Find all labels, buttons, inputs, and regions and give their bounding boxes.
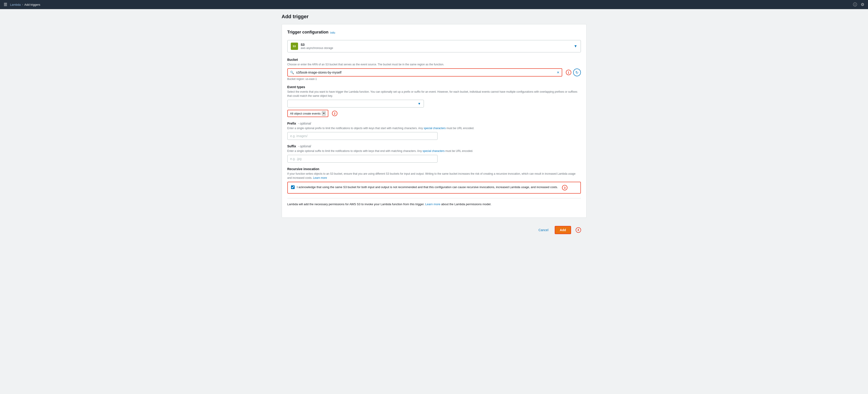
event-tag: All object create events ✕ <box>287 110 328 117</box>
search-icon: 🔍 <box>288 71 296 74</box>
lambda-nav-link[interactable]: Lambda <box>10 3 21 6</box>
info-nav-icon[interactable]: ⓘ <box>853 2 857 7</box>
top-navigation: ☰ Lambda › Add triggers ⓘ ⚙ <box>0 0 868 9</box>
refresh-button[interactable]: ↻ <box>573 68 581 76</box>
hamburger-menu[interactable]: ☰ <box>4 2 7 7</box>
step-1-indicator: 1 <box>566 70 571 75</box>
nav-right: ⓘ ⚙ <box>853 2 864 7</box>
bucket-section: Bucket Choose or enter the ARN of an S3 … <box>287 58 581 81</box>
service-tags: aws asynchronous storage <box>301 47 333 50</box>
footer-buttons: Cancel Add 4 <box>282 222 587 238</box>
prefix-special-chars-link[interactable]: special characters <box>424 126 446 130</box>
prefix-description: Enter a single optional prefix to limit … <box>287 126 581 130</box>
recursive-checkbox-wrapper: I acknowledge that using the same S3 buc… <box>287 182 581 194</box>
bucket-description: Choose or enter the ARN of an S3 bucket … <box>287 62 581 66</box>
bucket-input-row: 🔍 ✕ 1 ↻ <box>287 68 581 77</box>
clear-bucket-button[interactable]: ✕ <box>555 71 562 74</box>
prefix-label: Prefix - optional <box>287 122 581 125</box>
service-info: S3 aws asynchronous storage <box>301 43 333 50</box>
suffix-special-chars-link[interactable]: special characters <box>423 149 444 152</box>
service-selector[interactable]: S3 S3 aws asynchronous storage ▼ <box>287 40 581 52</box>
bucket-input-wrapper: 🔍 ✕ <box>287 68 562 77</box>
suffix-input[interactable] <box>287 155 437 163</box>
service-name: S3 <box>301 43 333 47</box>
event-types-label: Event types <box>287 85 581 89</box>
suffix-optional: - optional <box>298 144 311 148</box>
add-button[interactable]: Add <box>555 226 571 234</box>
recursive-label: Recursive invocation <box>287 167 581 171</box>
info-link[interactable]: Info <box>330 31 335 34</box>
suffix-label: Suffix - optional <box>287 144 581 148</box>
bucket-input[interactable] <box>296 69 555 76</box>
page-title: Add trigger <box>282 14 587 20</box>
trigger-config-card: Trigger configuration Info S3 S3 aws asy… <box>282 24 587 218</box>
suffix-description: Enter a single optional suffix to limit … <box>287 149 581 153</box>
dropdown-arrow-icon: ▼ <box>574 44 578 48</box>
remove-event-tag-button[interactable]: ✕ <box>322 111 326 116</box>
service-select-left: S3 S3 aws asynchronous storage <box>291 43 333 50</box>
divider <box>287 198 581 198</box>
recursive-description: If your function writes objects to an S3… <box>287 172 581 180</box>
recursive-section: Recursive invocation If your function wr… <box>287 167 581 194</box>
event-select-arrow-icon: ▼ <box>418 102 421 106</box>
settings-nav-icon[interactable]: ⚙ <box>861 2 864 7</box>
current-page-label: Add triggers <box>24 3 40 6</box>
breadcrumb-separator: › <box>22 3 23 6</box>
s3-icon: S3 <box>291 43 298 50</box>
recursive-checkbox-label: I acknowledge that using the same S3 buc… <box>297 185 558 190</box>
step-4-indicator: 4 <box>576 227 581 233</box>
recursive-learn-more-link[interactable]: Learn more <box>313 176 327 179</box>
prefix-section: Prefix - optional Enter a single optiona… <box>287 122 581 140</box>
lambda-permissions-text: Lambda will add the necessary permission… <box>287 202 581 206</box>
step-2-indicator: 2 <box>332 111 337 116</box>
lambda-perms-learn-more-link[interactable]: Learn more <box>425 202 440 206</box>
event-types-section: Event types Select the events that you w… <box>287 85 581 117</box>
suffix-section: Suffix - optional Enter a single optiona… <box>287 144 581 163</box>
prefix-optional: - optional <box>298 122 311 125</box>
breadcrumb: Lambda › Add triggers <box>10 3 40 6</box>
card-title-row: Trigger configuration Info <box>287 30 581 35</box>
event-tag-label: All object create events <box>290 112 320 115</box>
event-types-description: Select the events that you want to have … <box>287 90 581 98</box>
event-tag-row: All object create events ✕ 2 <box>287 110 581 117</box>
recursive-checkbox[interactable] <box>291 186 294 189</box>
main-content: Add trigger Trigger configuration Info S… <box>275 9 593 245</box>
bucket-region: Bucket region: us-east-1 <box>287 78 581 81</box>
nav-left: ☰ Lambda › Add triggers <box>4 2 40 7</box>
bucket-label: Bucket <box>287 58 581 61</box>
step-3-indicator: 3 <box>562 185 567 190</box>
card-title: Trigger configuration <box>287 30 329 35</box>
cancel-button[interactable]: Cancel <box>535 226 552 234</box>
event-types-dropdown[interactable]: ▼ <box>287 100 424 108</box>
prefix-input[interactable] <box>287 132 437 140</box>
